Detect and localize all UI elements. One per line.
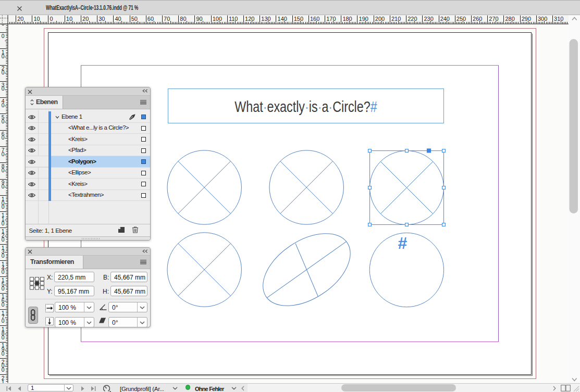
svg-text:120: 120	[245, 16, 254, 22]
svg-text:170: 170	[326, 16, 336, 22]
svg-text:240: 240	[440, 16, 450, 22]
svg-text:10: 10	[66, 16, 72, 22]
svg-text:130: 130	[261, 16, 270, 22]
svg-text:100: 100	[213, 16, 222, 22]
svg-text:20: 20	[17, 16, 23, 22]
svg-text:0: 0	[2, 301, 5, 308]
svg-text:0: 0	[2, 204, 5, 210]
svg-text:90: 90	[196, 16, 202, 22]
svg-text:0: 0	[2, 53, 5, 59]
svg-text:0: 0	[2, 85, 5, 92]
svg-text:70: 70	[164, 16, 170, 22]
svg-text:0: 0	[2, 252, 5, 259]
svg-text:0: 0	[2, 69, 5, 75]
svg-text:60: 60	[147, 16, 154, 22]
svg-text:0: 0	[2, 269, 5, 275]
svg-text:190: 190	[359, 16, 368, 22]
svg-text:310: 310	[554, 16, 563, 22]
svg-text:0: 0	[2, 118, 5, 124]
svg-text:140: 140	[278, 16, 287, 22]
svg-text:110: 110	[229, 16, 238, 22]
svg-text:0: 0	[2, 33, 5, 39]
svg-text:0: 0	[2, 350, 5, 357]
svg-text:40: 40	[115, 16, 121, 22]
svg-text:300: 300	[538, 16, 547, 22]
svg-text:0: 0	[2, 151, 5, 157]
svg-text:180: 180	[342, 16, 352, 22]
svg-text:0: 0	[2, 334, 5, 340]
svg-text:0: 0	[2, 220, 5, 226]
svg-text:210: 210	[391, 16, 401, 22]
svg-text:50: 50	[131, 16, 138, 22]
svg-text:270: 270	[489, 16, 498, 22]
svg-text:10: 10	[33, 16, 40, 22]
svg-text:0: 0	[2, 167, 5, 173]
svg-text:0: 0	[2, 102, 5, 108]
svg-text:0: 0	[2, 183, 5, 189]
svg-text:160: 160	[310, 16, 319, 22]
svg-text:0: 0	[2, 236, 5, 243]
svg-text:0: 0	[2, 134, 5, 141]
svg-text:20: 20	[82, 16, 89, 22]
svg-text:250: 250	[456, 16, 466, 22]
svg-text:290: 290	[522, 16, 531, 22]
svg-text:80: 80	[180, 16, 186, 22]
svg-text:0: 0	[50, 16, 53, 22]
svg-text:0: 0	[2, 366, 5, 373]
svg-text:200: 200	[375, 16, 385, 22]
svg-text:30: 30	[98, 16, 105, 22]
svg-text:220: 220	[408, 16, 417, 22]
svg-text:260: 260	[473, 16, 482, 22]
svg-text:230: 230	[424, 16, 433, 22]
svg-text:280: 280	[505, 16, 514, 22]
svg-text:#: #	[398, 234, 408, 252]
svg-text:150: 150	[294, 16, 303, 22]
svg-text:0: 0	[2, 318, 5, 324]
svg-text:0: 0	[2, 285, 5, 292]
